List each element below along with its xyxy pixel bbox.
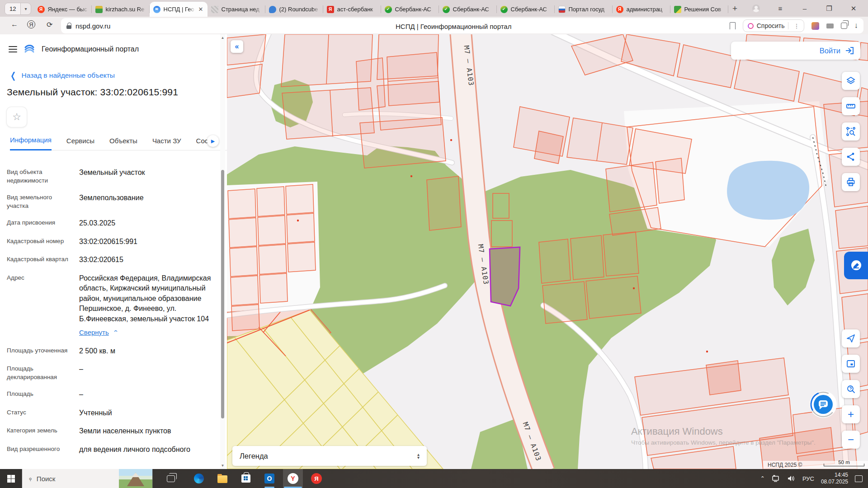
login-bar[interactable]: Войти <box>731 42 860 60</box>
tabs-scroll-right-button[interactable]: ▶ <box>207 135 219 147</box>
ask-ai-button[interactable]: Спросить ⋮ <box>743 19 804 32</box>
tab-groups-icon[interactable] <box>841 23 847 29</box>
panel-tab-information[interactable]: Информация <box>10 136 52 150</box>
ru-flag-icon <box>558 6 566 13</box>
reader-mode-icon[interactable] <box>826 23 834 28</box>
tab-roundcube[interactable]: (2) Roundcube <box>265 2 323 17</box>
ask-ai-label: Спросить <box>757 22 785 29</box>
tab-administracia[interactable]: Яадминистрац <box>613 2 670 17</box>
scale-label: 50 m <box>838 460 850 466</box>
back-to-results-link[interactable]: ❮ Назад в найденные объекты <box>10 71 227 80</box>
yandex-id-icon[interactable]: Я <box>27 20 35 28</box>
downloads-icon[interactable]: ↓ <box>854 21 859 30</box>
layers-icon <box>845 75 856 86</box>
parcel-title: Земельный участок: 33:02:020615:991 <box>7 87 227 98</box>
taskbar-outlook[interactable]: O <box>259 469 279 488</box>
tab-sberbank-ast-2[interactable]: ✓Сбербанк-АС <box>439 2 497 17</box>
new-tab-button[interactable]: + <box>728 2 742 15</box>
print-button[interactable] <box>842 173 860 191</box>
chat-button[interactable] <box>809 390 838 419</box>
tab-sberbank-ast-3[interactable]: ✓Сбербанк-АС <box>497 2 555 17</box>
overview-button[interactable] <box>842 355 860 373</box>
close-tab-icon[interactable]: ✕ <box>198 6 204 13</box>
network-icon[interactable] <box>772 475 781 482</box>
tab-ast-sberbank[interactable]: Яаст-сбербанк <box>323 2 381 17</box>
area-search-button[interactable] <box>842 122 860 141</box>
feedback-tab[interactable] <box>844 252 868 279</box>
tab-kirzhach[interactable]: kirzhach.su Re <box>92 2 150 17</box>
share-button[interactable] <box>842 148 860 166</box>
panel-scrollbar[interactable]: ▲ ▼ <box>220 34 225 469</box>
start-button[interactable] <box>0 469 22 488</box>
search-highlight-image[interactable] <box>119 469 152 488</box>
panel-tab-objects[interactable]: Объекты <box>109 137 137 150</box>
tab-gosuslugi[interactable]: Портал госуд <box>555 2 613 17</box>
tab-nspd[interactable]: ≋НСПД | Гео✕ <box>150 2 208 17</box>
tab-label: аст-сбербанк <box>337 6 377 13</box>
taskbar-yandex-browser[interactable]: Y <box>283 469 303 488</box>
layers-button[interactable] <box>842 72 860 90</box>
language-indicator[interactable]: РУС <box>802 475 814 482</box>
tab-page[interactable]: Страница нед <box>208 2 265 17</box>
field-label: Площадь <box>7 389 74 400</box>
tab-sberbank-ast-1[interactable]: ✓Сбербанк-АС <box>381 2 439 17</box>
taskbar-search[interactable]: ⌕ Поиск <box>22 469 153 488</box>
ask-ai-menu-icon[interactable]: ⋮ <box>792 23 802 29</box>
collapse-panel-button[interactable]: « <box>231 40 243 53</box>
tab-yandex[interactable]: ЯЯндекс — быс <box>34 2 92 17</box>
reload-icon[interactable]: ⟳ <box>47 20 52 29</box>
scroll-up-icon[interactable]: ▲ <box>220 36 225 40</box>
overview-icon <box>845 358 856 369</box>
close-button[interactable]: ✕ <box>849 5 858 13</box>
browser-menu-icon[interactable]: ≡ <box>776 5 785 12</box>
panel-tab-parts[interactable]: Части ЗУ <box>152 137 181 150</box>
tab-resheniya[interactable]: Решения Сов <box>670 2 728 17</box>
scroll-down-icon[interactable]: ▼ <box>220 464 225 468</box>
field-row: АдресРоссийская Федерация, Владимирская … <box>7 273 227 338</box>
favorite-button[interactable]: ☆ <box>7 107 27 127</box>
zoom-out-button[interactable]: − <box>842 431 860 449</box>
back-icon[interactable]: ← <box>11 20 18 28</box>
volume-icon[interactable] <box>788 475 796 482</box>
clock-time: 14:45 <box>821 472 848 479</box>
minimize-button[interactable]: – <box>800 5 809 12</box>
collapse-address-link[interactable]: Свернуть⌃ <box>79 328 211 338</box>
tray-expand-icon[interactable]: ⌃ <box>760 475 765 482</box>
field-row: Кадастровый квартал33:02:020615 <box>7 255 227 265</box>
tab-label: Сбербанк-АС <box>453 6 493 13</box>
taskbar-yandex[interactable]: Я <box>307 469 326 488</box>
menu-icon[interactable] <box>9 46 17 52</box>
locate-button[interactable] <box>842 329 860 347</box>
field-row: Категория земельЗемли населенных пунктов <box>7 426 227 436</box>
bookmark-icon[interactable] <box>730 22 736 29</box>
panel-tab-services[interactable]: Сервисы <box>66 137 94 150</box>
chevron-down-icon[interactable]: ▾ <box>21 6 30 11</box>
field-value: 33:02:020615 <box>79 255 211 265</box>
taskbar-edge[interactable] <box>189 469 209 488</box>
taskbar-explorer[interactable] <box>212 469 232 488</box>
url-field[interactable]: nspd.gov.ru НСПД | Геоинформационный пор… <box>61 18 863 33</box>
maximize-button[interactable]: ❐ <box>825 5 834 13</box>
map-canvas[interactable]: М7 – А103 М7 – А103 М7 – А103 « Войти +− <box>227 34 868 469</box>
tab-label: Страница нед <box>222 6 262 13</box>
map-attribution: НСПД 2025 © 50 m <box>763 461 868 469</box>
zoom-search-button[interactable] <box>842 380 860 398</box>
lock-icon[interactable] <box>66 23 71 29</box>
scrollbar-thumb[interactable] <box>221 170 224 418</box>
extension-icon[interactable] <box>811 22 819 30</box>
taskbar-clock[interactable]: 14:45 08.07.2025 <box>821 472 848 485</box>
share-icon <box>845 151 856 162</box>
zoom-in-button[interactable]: + <box>842 405 860 423</box>
task-view-button[interactable] <box>161 469 181 488</box>
field-row: Вид земельного участкаЗемлепользование <box>7 193 227 210</box>
taskbar-store[interactable] <box>236 469 256 488</box>
profile-avatar-icon[interactable] <box>751 5 760 12</box>
zoom-search-icon <box>845 384 856 394</box>
field-row: СтатусУчтенный <box>7 408 227 418</box>
tab-counter[interactable]: 12 ▾ <box>5 3 31 15</box>
legend-bar[interactable]: Легенда ▴▾ <box>232 446 427 466</box>
print-icon <box>845 177 856 188</box>
action-center-icon[interactable] <box>855 475 863 482</box>
ruler-button[interactable] <box>842 97 860 115</box>
field-label: Кадастровый квартал <box>7 255 74 265</box>
